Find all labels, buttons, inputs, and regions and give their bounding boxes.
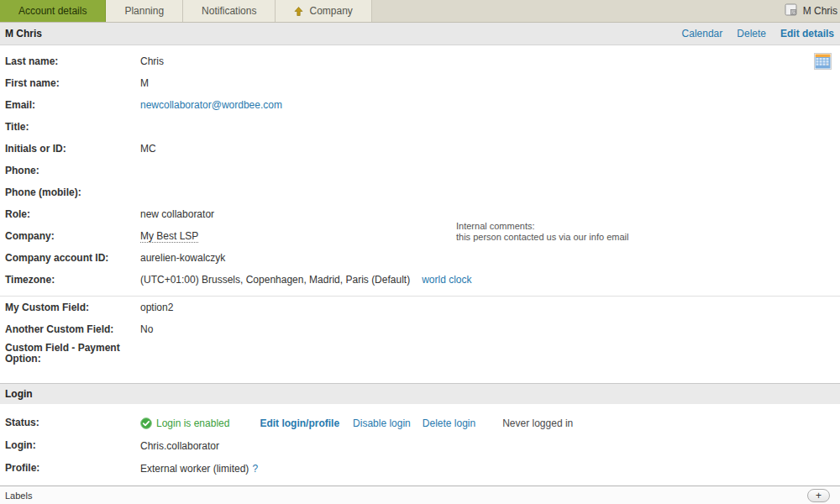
field-row-another-custom-field: Another Custom Field: No xyxy=(0,318,840,340)
topbar-user-name: M Chris xyxy=(803,5,837,17)
tab-company-label: Company xyxy=(309,5,352,17)
header-actions: Calendar Delete Edit details xyxy=(668,28,834,39)
profile-help-link[interactable]: ? xyxy=(252,463,258,475)
field-row-status: Status: Login is enabled Edit login/prof… xyxy=(0,412,840,434)
world-clock-link[interactable]: world clock xyxy=(422,274,471,286)
field-row-phone: Phone: xyxy=(0,160,840,181)
tab-account-details-label: Account details xyxy=(18,5,87,17)
check-circle-icon xyxy=(140,417,152,429)
user-card-icon xyxy=(785,3,797,18)
field-value: aurelien-kowalczyk xyxy=(140,252,225,264)
field-label: Role: xyxy=(5,209,135,220)
calendar-link[interactable]: Calendar xyxy=(682,28,723,39)
email-link[interactable]: newcollaborator@wordbee.com xyxy=(140,99,282,111)
edit-login-profile-link[interactable]: Edit login/profile xyxy=(260,417,339,429)
field-label: Another Custom Field: xyxy=(5,324,135,335)
field-row-phone-mobile: Phone (mobile): xyxy=(0,181,840,203)
field-label: First name: xyxy=(5,78,135,89)
field-label: Login: xyxy=(5,440,135,451)
field-value: No xyxy=(140,323,153,335)
topbar-user[interactable]: M Chris xyxy=(785,0,840,22)
labels-title: Labels xyxy=(5,491,32,501)
status-text: Login is enabled xyxy=(156,417,229,429)
field-label: My Custom Field: xyxy=(5,302,135,313)
page-header: M Chris Calendar Delete Edit details xyxy=(0,23,840,45)
field-label: Company: xyxy=(5,231,135,242)
internal-comments-text: this person contacted us via our info em… xyxy=(456,232,628,243)
field-label: Phone (mobile): xyxy=(5,187,135,198)
internal-comments-label: Internal comments: xyxy=(456,221,628,232)
tab-notifications-label: Notifications xyxy=(202,5,256,17)
never-logged-in-text: Never logged in xyxy=(502,417,573,429)
field-value: option2 xyxy=(140,302,173,313)
field-row-initials: Initials or ID: MC xyxy=(0,138,840,160)
field-value: Chris.collaborator xyxy=(140,440,219,452)
delete-link[interactable]: Delete xyxy=(737,28,766,39)
login-section-body: Status: Login is enabled Edit login/prof… xyxy=(0,404,840,480)
field-label: Last name: xyxy=(5,56,135,67)
field-row-timezone: Timezone: (UTC+01:00) Brussels, Copenhag… xyxy=(0,269,840,291)
tab-company[interactable]: Company xyxy=(276,0,371,22)
field-row-title: Title: xyxy=(0,116,840,138)
field-row-company-account-id: Company account ID: aurelien-kowalczyk xyxy=(0,247,840,269)
field-value: Chris xyxy=(140,55,164,67)
field-row-my-custom-field: My Custom Field: option2 xyxy=(0,297,840,318)
login-section-title: Login xyxy=(5,388,33,400)
calendar-icon[interactable] xyxy=(814,53,832,72)
edit-details-link[interactable]: Edit details xyxy=(780,28,834,39)
field-row-payment-option: Custom Field - Payment Option: xyxy=(0,340,840,376)
add-label-button[interactable]: + xyxy=(807,489,830,502)
up-arrow-icon xyxy=(294,7,303,16)
disable-login-link[interactable]: Disable login xyxy=(353,417,411,429)
field-label: Timezone: xyxy=(5,275,135,286)
field-value: new collaborator xyxy=(140,208,214,220)
company-link[interactable]: My Best LSP xyxy=(140,230,198,243)
field-row-profile: Profile: External worker (limited) ? xyxy=(0,457,840,480)
field-value: MC xyxy=(140,143,156,155)
field-value: (UTC+01:00) Brussels, Copenhagen, Madrid… xyxy=(140,274,410,286)
field-row-login: Login: Chris.collaborator xyxy=(0,434,840,457)
field-row-first-name: First name: M xyxy=(0,72,840,94)
field-label: Status: xyxy=(5,417,135,428)
login-section-header: Login xyxy=(0,383,840,404)
field-label: Company account ID: xyxy=(5,253,135,264)
labels-bar: Labels + xyxy=(0,486,840,504)
tab-account-details[interactable]: Account details xyxy=(0,0,106,22)
field-label: Email: xyxy=(5,100,135,111)
field-label: Initials or ID: xyxy=(5,144,135,155)
page-title: M Chris xyxy=(5,28,42,39)
internal-comments: Internal comments: this person contacted… xyxy=(456,221,628,243)
field-label: Custom Field - Payment Option: xyxy=(5,343,135,365)
field-value: External worker (limited) xyxy=(140,463,249,475)
account-details-panel: Last name: Chris First name: M Email: ne… xyxy=(0,45,840,504)
field-row-role: Role: new collaborator xyxy=(0,203,840,225)
field-label: Title: xyxy=(5,122,135,133)
tab-bar: Account details Planning Notifications C… xyxy=(0,0,840,23)
field-row-last-name: Last name: Chris xyxy=(0,50,840,72)
field-label: Profile: xyxy=(5,463,135,474)
field-row-company: Company: My Best LSP xyxy=(0,225,840,247)
tab-planning-label: Planning xyxy=(124,5,164,17)
delete-login-link[interactable]: Delete login xyxy=(423,417,475,429)
field-label: Phone: xyxy=(5,165,135,176)
field-value: M xyxy=(140,77,149,89)
tab-notifications[interactable]: Notifications xyxy=(183,0,276,22)
field-row-email: Email: newcollaborator@wordbee.com xyxy=(0,94,840,116)
tab-planning[interactable]: Planning xyxy=(106,0,183,22)
